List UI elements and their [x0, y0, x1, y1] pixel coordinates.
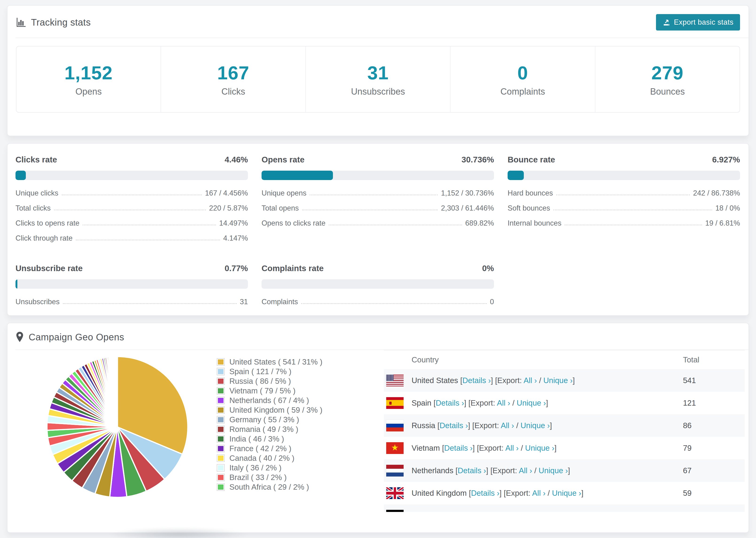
rate-detail-row: Hard bounces 242 / 86.738%: [508, 189, 740, 197]
opens-rate-section: Opens rate 30.736% Unique opens 1,152 / …: [261, 155, 494, 249]
dotted-leader: [54, 210, 206, 210]
legend-item: United States ( 541 / 31% ): [216, 357, 322, 367]
export-unique-link[interactable]: Unique ›: [543, 376, 573, 385]
legend-swatch: [217, 368, 224, 375]
export-all-link[interactable]: All ›: [523, 376, 537, 385]
country-row: Vietnam [Details ›] [Export: All › / Uni…: [384, 437, 745, 459]
geo-opens-title: Campaign Geo Opens: [28, 332, 124, 343]
legend-swatch: [217, 474, 224, 481]
country-total: 121: [683, 399, 742, 407]
rate-detail-row: Total clicks 220 / 5.87%: [16, 204, 248, 212]
rate-row-value: 4.147%: [223, 234, 248, 242]
rate-detail-row: Complaints 0: [261, 297, 494, 306]
stat-label: Unsubscribes: [351, 86, 405, 97]
country-row: Germany [Details ›] [Export: All › / Uni…: [384, 505, 745, 512]
rate-row-label: Clicks to opens rate: [16, 219, 80, 228]
rate-row-label: Soft bounces: [508, 204, 550, 212]
export-unique-link[interactable]: Unique ›: [520, 421, 550, 430]
export-basic-stats-button[interactable]: Export basic stats: [656, 14, 740, 30]
details-link[interactable]: Details ›: [440, 421, 468, 430]
export-all-link[interactable]: All ›: [509, 511, 522, 512]
bounce-rate-bar: [508, 171, 740, 180]
legend-label: Vietnam ( 79 / 5% ): [229, 386, 296, 395]
country-row: Netherlands [Details ›] [Export: All › /…: [384, 459, 745, 482]
rate-row-value: 31: [240, 297, 248, 306]
legend-item: Netherlands ( 67 / 4% ): [216, 396, 322, 405]
legend-label: Brazil ( 33 / 2% ): [229, 473, 287, 482]
rate-row-value: 242 / 86.738%: [693, 189, 740, 197]
country-total: 541: [683, 376, 742, 385]
gb-flag-icon: [386, 487, 404, 499]
clicks-rate-section: Clicks rate 4.46% Unique clicks 167 / 4.…: [16, 155, 248, 249]
legend-swatch: [217, 378, 224, 385]
legend-item: France ( 42 / 2% ): [216, 444, 322, 453]
country-total: 55: [683, 511, 742, 512]
geo-pie-chart[interactable]: [45, 354, 190, 500]
bounce-rate-value: 6.927%: [712, 155, 740, 164]
dotted-leader: [329, 225, 462, 225]
export-all-link[interactable]: All ›: [501, 421, 514, 430]
geo-country-table: Country Total United States [Details ›] …: [384, 350, 745, 512]
export-unique-link[interactable]: Unique ›: [525, 444, 555, 452]
legend-label: France ( 42 / 2% ): [229, 444, 291, 453]
legend-label: Netherlands ( 67 / 4% ): [229, 396, 309, 405]
legend-label: United Kingdom ( 59 / 3% ): [229, 405, 322, 414]
details-link[interactable]: Details ›: [448, 511, 476, 512]
legend-item: Italy ( 36 / 2% ): [216, 463, 322, 472]
export-unique-link[interactable]: Unique ›: [552, 489, 581, 497]
stat-card: 1,152 Opens: [17, 46, 161, 112]
ru-flag-icon: [386, 420, 404, 431]
legend-label: Germany ( 55 / 3% ): [229, 415, 299, 424]
complaints-rate-bar: [261, 279, 494, 289]
details-link[interactable]: Details ›: [444, 444, 473, 452]
vn-flag-icon: [386, 442, 404, 454]
legend-swatch: [217, 426, 224, 433]
export-all-link[interactable]: All ›: [497, 399, 510, 407]
rate-row-label: Unique opens: [261, 189, 306, 197]
legend-item: Canada ( 40 / 2% ): [216, 453, 322, 463]
export-unique-link[interactable]: Unique ›: [529, 511, 558, 512]
dotted-leader: [302, 210, 438, 210]
country-row: Russia [Details ›] [Export: All › / Uniq…: [384, 414, 745, 437]
bar-chart-icon: [16, 17, 26, 28]
rate-row-value: 689.82%: [465, 219, 494, 228]
page-title: Tracking stats: [31, 17, 91, 28]
details-link[interactable]: Details ›: [462, 376, 491, 385]
details-link[interactable]: Details ›: [436, 399, 464, 407]
country-cell: Germany [Details ›] [Export: All › / Uni…: [411, 511, 683, 512]
legend-swatch: [217, 407, 224, 413]
stat-value: 0: [517, 62, 528, 84]
clicks-rate-value: 4.46%: [225, 155, 248, 164]
export-all-link[interactable]: All ›: [532, 489, 546, 497]
us-flag-icon: [386, 375, 404, 386]
details-link[interactable]: Details ›: [471, 489, 499, 497]
legend-item: India ( 46 / 3% ): [216, 434, 322, 444]
stat-label: Clicks: [221, 86, 245, 97]
export-all-link[interactable]: All ›: [519, 466, 532, 475]
stat-label: Complaints: [500, 86, 545, 97]
rate-row-value: 2,303 / 61.446%: [441, 204, 494, 212]
export-all-link[interactable]: All ›: [505, 444, 519, 452]
nl-flag-icon: [386, 465, 404, 476]
rate-detail-row: Clicks to opens rate 14.497%: [16, 219, 248, 228]
total-column-header: Total: [683, 355, 742, 364]
export-unique-link[interactable]: Unique ›: [517, 399, 546, 407]
header-divider: [16, 37, 748, 38]
legend-swatch: [217, 464, 224, 471]
stat-value: 279: [652, 62, 683, 84]
details-link[interactable]: Details ›: [458, 466, 486, 475]
legend-label: United States ( 541 / 31% ): [229, 357, 322, 366]
rate-row-value: 14.497%: [219, 219, 248, 228]
export-unique-link[interactable]: Unique ›: [539, 466, 568, 475]
scrollbar-shadow: [110, 528, 246, 538]
rate-detail-row: Opens to clicks rate 689.82%: [261, 219, 494, 228]
legend-item: Romania ( 49 / 3% ): [216, 424, 322, 434]
country-cell: Netherlands [Details ›] [Export: All › /…: [411, 466, 683, 475]
complaints-rate-title: Complaints rate: [261, 264, 324, 273]
country-cell: Russia [Details ›] [Export: All › / Uniq…: [411, 421, 683, 430]
rate-row-label: Internal bounces: [508, 219, 561, 228]
legend-swatch: [217, 455, 224, 461]
bounce-rate-section: Bounce rate 6.927% Hard bounces 242 / 86…: [508, 155, 740, 249]
stat-value: 167: [217, 62, 249, 84]
unsubscribe-rate-title: Unsubscribe rate: [16, 264, 82, 273]
